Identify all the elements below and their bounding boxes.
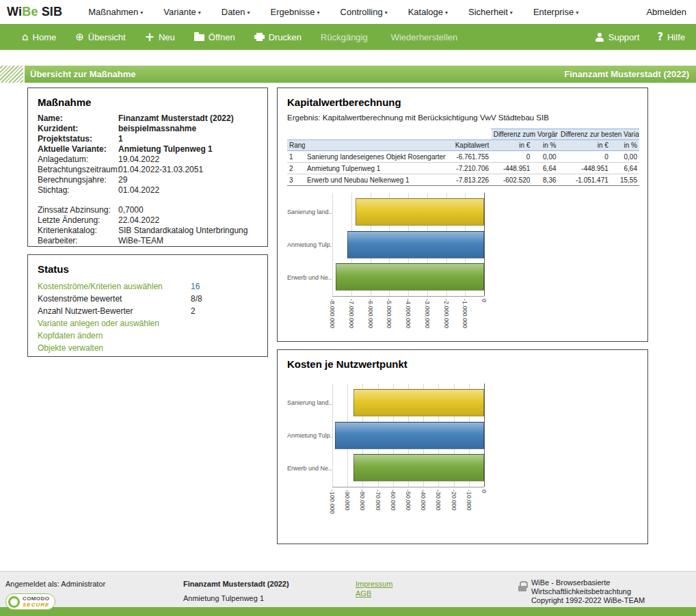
col-header-in-prozent: in % (532, 140, 558, 151)
kapitalwert-cell: -6.761.755 (446, 151, 491, 163)
nav-label: Controlling (340, 7, 383, 17)
col-header-kapitalwert: Kapitalwert (446, 140, 491, 151)
nav-item-massnahmen[interactable]: Maßnahmen▾ (88, 7, 143, 17)
home-button[interactable]: ⌂ Home (22, 32, 56, 42)
help-button[interactable]: ? Hilfe (657, 32, 685, 42)
comodo-secure-badge[interactable]: COMODO SECURE (5, 593, 55, 610)
nav-label: Enterprise (533, 7, 574, 17)
field-label: Bearbeiter: (38, 236, 118, 246)
x-tick-label: -50.000 (405, 490, 412, 511)
table-row: 1 Sanierung landeseigenes Objekt Rosenga… (287, 151, 639, 163)
nav-item-controlling[interactable]: Controlling▾ (340, 7, 388, 17)
field-value: 19.04.2022 (118, 155, 258, 165)
restore-button[interactable]: Wiederherstellen (391, 32, 458, 42)
chevron-down-icon: ▾ (510, 10, 513, 16)
logout-button[interactable]: Abmelden (646, 7, 686, 17)
chart-bar (353, 389, 484, 416)
x-tick-label: -2.000.000 (443, 299, 450, 328)
impressum-link[interactable]: Impressum (356, 580, 392, 588)
diff-beste-prozent-cell: 0,00 (611, 151, 639, 163)
chevron-down-icon: ▾ (385, 10, 388, 16)
page-title: Übersicht zur Maßnahme (30, 69, 136, 79)
field-value: 1 (118, 134, 258, 144)
printer-icon (254, 33, 265, 41)
support-button[interactable]: Support (595, 32, 640, 42)
nav-item-ergebnisse[interactable]: Ergebnisse▾ (270, 7, 319, 17)
footer-variante-name: Anmietung Tulpenweg 1 (183, 594, 289, 602)
x-tick-label: -70.000 (375, 490, 382, 511)
chart-bar-row (332, 263, 484, 291)
footer-app-name: WiBe - Browserbasierte Wirtschaftlichkei… (531, 578, 696, 596)
table-row: 2 Anmietung Tulpenweg 1 -7.210.706 -448.… (287, 163, 639, 174)
chart-bar-row (332, 454, 484, 481)
print-button[interactable]: Drucken (254, 32, 302, 42)
logged-in-as: Angemeldet als: Administrator (5, 580, 105, 588)
status-link-kostenstroeme-auswaehlen[interactable]: Kostenströme/Kriterien auswählen (38, 280, 191, 293)
footer-copyright: Copyright 1992-2022 WiBe-TEAM (531, 596, 696, 605)
field-label: Zinssatz Abzinsung: (38, 205, 118, 215)
new-button[interactable]: + Neu (145, 31, 175, 43)
x-tick-label: -3.000.000 (424, 299, 431, 328)
nav-item-enterprise[interactable]: Enterprise▾ (533, 7, 578, 17)
chart-bar-row (332, 389, 484, 416)
field-label: Projektstatus: (38, 134, 118, 144)
status-link-objekte-verwalten[interactable]: Objekte verwalten (38, 342, 191, 354)
chevron-down-icon: ▾ (247, 10, 250, 16)
kosten-panel: Kosten je Nutzwertpunkt Sanierung land..… (277, 349, 648, 544)
result-text: Ergebnis: Kapitalwertberechnung mit Berü… (287, 113, 638, 122)
status-link-kopfdaten-aendern[interactable]: Kopfdaten ändern (38, 330, 191, 342)
rank-cell: 1 (287, 151, 305, 163)
field-label: Betrachtungszeitraum: (38, 165, 118, 175)
footer-links: Impressum AGB (356, 580, 392, 598)
undo-label: Rückgängig (321, 32, 368, 42)
chart-category-labels: Sanierung land...Anmietung Tulp...Erwerb… (287, 384, 332, 487)
massnahme-panel-title: Maßnahme (38, 96, 258, 108)
agb-link[interactable]: AGB (356, 589, 392, 598)
status-link-variante-anlegen[interactable]: Variante anlegen oder auswählen (38, 317, 191, 330)
chart-gridline (484, 193, 485, 296)
overview-button[interactable]: ⊕ Übersicht (75, 32, 126, 42)
chevron-down-icon: ▾ (445, 10, 448, 16)
plus-icon: + (145, 31, 155, 43)
open-button[interactable]: Öffnen (194, 32, 235, 42)
field-row-projektstatus: Projektstatus:1 (38, 134, 258, 144)
field-value: SIB Standardkatalog Unterbringung (118, 226, 258, 236)
x-tick-label: -7.000.000 (348, 299, 355, 328)
nav-label: Kataloge (408, 7, 443, 17)
status-value: 8/8 (191, 293, 258, 305)
diff-beste-prozent-cell: 6,64 (611, 163, 639, 174)
variant-name-cell: Sanierung landeseigenes Objekt Rosengart… (305, 151, 446, 163)
nav-item-variante[interactable]: Variante▾ (163, 7, 200, 17)
variant-name-cell: Erwerb und Neubau Nelkenweg 1 (305, 174, 446, 186)
page-header-bar: Übersicht zur Maßnahme Finanzamt Musters… (0, 66, 696, 83)
diff-beste-prozent-cell: 15,55 (611, 174, 639, 186)
nav-item-sicherheit[interactable]: Sicherheit▾ (468, 7, 513, 17)
wibe-stripes-icon (0, 66, 25, 83)
field-value: 29 (118, 175, 258, 185)
chart-x-axis: -8.000.000-7.000.000-6.000.000-5.000.000… (332, 297, 484, 334)
chart-category-label: Erwerb und Ne... (287, 455, 332, 482)
field-row-stichtag: Stichtag:01.04.2022 (38, 185, 258, 196)
x-tick-label: -1.000.000 (461, 299, 468, 328)
col-header-rang: Rang (287, 140, 305, 151)
x-tick-label: 0 (481, 299, 487, 302)
status-row: Kopfdaten ändern (38, 330, 258, 342)
app-logo[interactable]: WiBeSIB (7, 5, 62, 19)
status-row: Kostenströme/Kriterien auswählen16 (38, 280, 258, 293)
undo-button[interactable]: Rückgängig (321, 32, 368, 42)
x-tick-label: 0 (481, 490, 487, 493)
x-tick-label: -6.000.000 (367, 299, 374, 328)
kosten-chart: Sanierung land...Anmietung Tulp...Erwerb… (287, 384, 487, 524)
new-label: Neu (159, 32, 175, 42)
nav-item-daten[interactable]: Daten▾ (222, 7, 250, 17)
chart-category-label: Sanierung land... (287, 198, 332, 226)
logo-text-be: Be (22, 5, 38, 18)
x-tick-label: -30.000 (435, 490, 442, 511)
field-row-kriterienkatalog: Kriterienkatalog:SIB Standardkatalog Unt… (38, 226, 258, 236)
chart-bar-row (332, 198, 484, 226)
field-label: Name: (38, 113, 118, 124)
kapitalwert-panel: Kapitalwertberechnung Ergebnis: Kapitalw… (277, 88, 648, 342)
status-value: 16 (191, 280, 258, 293)
nav-item-kataloge[interactable]: Kataloge▾ (408, 7, 448, 17)
x-tick-label: -4.000.000 (405, 299, 412, 328)
